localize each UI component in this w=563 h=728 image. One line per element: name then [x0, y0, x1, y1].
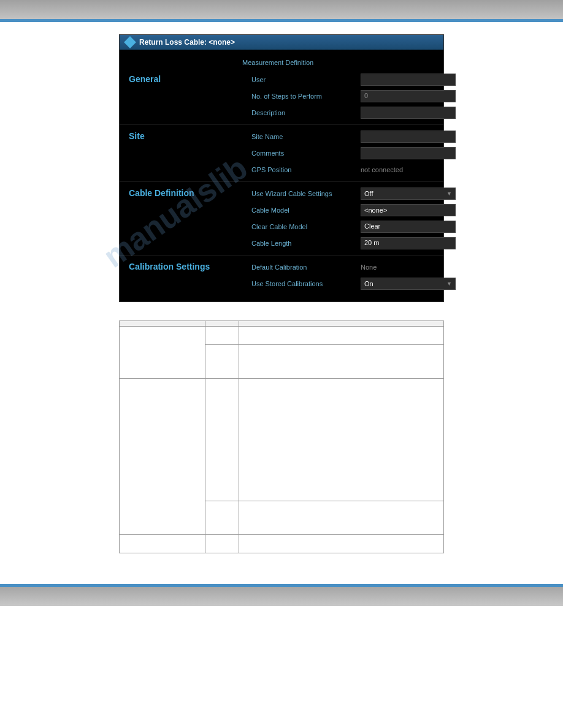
wizard-cable-value: Off — [364, 190, 373, 197]
table-cell-5-1 — [120, 535, 205, 553]
cable-model-value: <none> — [364, 207, 387, 214]
site-fields: Site Name Comments GPS Position not conn… — [251, 130, 456, 176]
stored-cal-arrow: ▼ — [446, 281, 452, 287]
cable-model-label: Cable Model — [251, 207, 356, 214]
comments-input[interactable] — [361, 147, 456, 159]
panel-body: Measurement Definition General User No. … — [120, 50, 443, 301]
general-fields: User No. of Steps to Perform 0 Descripti… — [251, 73, 456, 119]
cable-length-input[interactable]: 20 m — [361, 237, 456, 249]
table-cell-3-3 — [239, 379, 443, 501]
table-row — [120, 327, 444, 345]
table-cell-4-3 — [239, 501, 443, 535]
cable-model-field-row: Cable Model <none> — [251, 203, 456, 217]
site-label: Site — [129, 130, 251, 141]
steps-label: No. of Steps to Perform — [251, 93, 356, 100]
table-col2-header — [205, 321, 239, 327]
bottom-banner — [0, 584, 563, 606]
cable-definition-section: Cable Definition Use Wizard Cable Settin… — [120, 182, 443, 256]
table-col3-header — [239, 321, 443, 327]
description-label: Description — [251, 109, 356, 116]
wizard-cable-arrow: ▼ — [446, 191, 452, 197]
table-cell-3-2 — [205, 379, 239, 501]
panel-title: Return Loss Cable: <none> — [139, 38, 235, 47]
data-table — [119, 320, 444, 553]
comments-field-row: Comments — [251, 146, 456, 160]
sitename-field-row: Site Name — [251, 130, 456, 143]
calibration-section: Calibration Settings Default Calibration… — [120, 256, 443, 295]
top-banner — [0, 0, 563, 22]
clear-cable-input[interactable]: Clear — [361, 221, 456, 233]
table-cell-1-1 — [120, 327, 205, 379]
bottom-banner-blue-stripe — [0, 584, 563, 587]
general-section: General User No. of Steps to Perform 0 D… — [120, 68, 443, 125]
table-header-row — [120, 321, 444, 327]
default-cal-value: None — [361, 264, 377, 271]
default-cal-field-row: Default Calibration None — [251, 260, 456, 274]
table-cell-2-3 — [239, 345, 443, 379]
device-panel: Return Loss Cable: <none> Measurement De… — [119, 34, 444, 302]
table-cell-1-3 — [239, 327, 443, 345]
stored-cal-value: On — [364, 280, 373, 287]
table-row — [120, 379, 444, 501]
table-cell-3-1 — [120, 379, 205, 535]
stored-cal-label: Use Stored Calibrations — [251, 280, 356, 287]
general-label: General — [129, 73, 251, 84]
gps-label: GPS Position — [251, 166, 356, 173]
table-cell-5-2 — [205, 535, 239, 553]
calibration-fields: Default Calibration None Use Stored Cali… — [251, 260, 456, 290]
measurement-def-label: Measurement Definition — [242, 56, 443, 68]
site-section: Site Site Name Comments GPS Position not… — [120, 125, 443, 182]
table-row — [120, 535, 444, 553]
description-input[interactable] — [361, 107, 456, 119]
diamond-icon — [124, 36, 136, 48]
cable-length-field-row: Cable Length 20 m — [251, 237, 456, 250]
sitename-label: Site Name — [251, 133, 356, 140]
comments-label: Comments — [251, 150, 356, 157]
steps-input[interactable]: 0 — [361, 90, 456, 102]
user-label: User — [251, 76, 356, 83]
stored-cal-field-row: Use Stored Calibrations On ▼ — [251, 277, 456, 290]
steps-field-row: No. of Steps to Perform 0 — [251, 89, 456, 103]
wizard-cable-field-row: Use Wizard Cable Settings Off ▼ — [251, 187, 456, 200]
cable-definition-fields: Use Wizard Cable Settings Off ▼ Cable Mo… — [251, 187, 456, 250]
table-col1-header — [120, 321, 205, 327]
table-cell-4-2 — [205, 501, 239, 535]
cable-model-dropdown[interactable]: <none> — [361, 204, 456, 216]
stored-cal-dropdown[interactable]: On ▼ — [361, 278, 456, 290]
sitename-input[interactable] — [361, 131, 456, 143]
user-field-row: User — [251, 73, 456, 86]
gps-field-row: GPS Position not connected — [251, 163, 456, 176]
gps-value: not connected — [361, 166, 403, 173]
user-input[interactable] — [361, 74, 456, 86]
cable-definition-label: Cable Definition — [129, 187, 251, 198]
wizard-cable-dropdown[interactable]: Off ▼ — [361, 188, 456, 200]
table-cell-5-3 — [239, 535, 443, 553]
calibration-label: Calibration Settings — [129, 260, 251, 271]
cable-length-label: Cable Length — [251, 240, 356, 247]
default-cal-label: Default Calibration — [251, 264, 356, 271]
wizard-cable-label: Use Wizard Cable Settings — [251, 190, 356, 197]
panel-header: Return Loss Cable: <none> — [120, 35, 443, 50]
clear-cable-label: Clear Cable Model — [251, 223, 356, 230]
table-cell-2-2 — [205, 345, 239, 379]
clear-cable-field-row: Clear Cable Model Clear — [251, 220, 456, 233]
table-cell-1-2 — [205, 327, 239, 345]
main-content: manualslib Return Loss Cable: <none> Mea… — [0, 22, 563, 566]
description-field-row: Description — [251, 106, 456, 119]
